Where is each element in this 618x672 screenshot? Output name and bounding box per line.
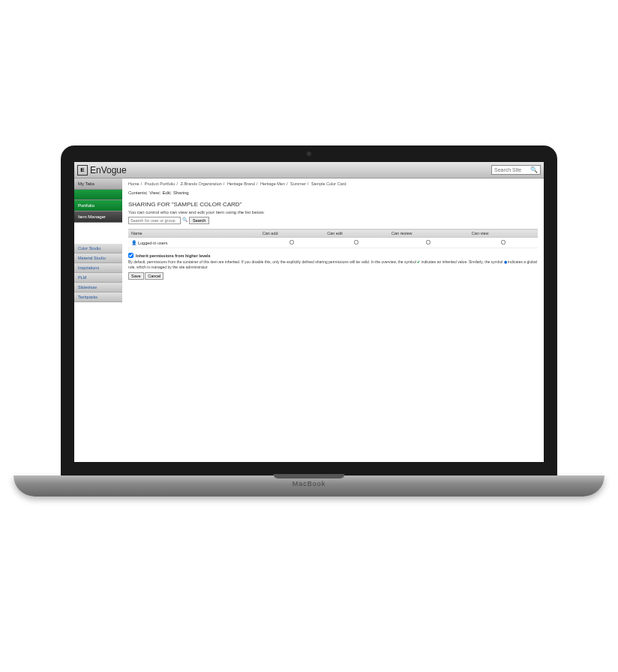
tab-contents[interactable]: Contents [128,190,146,195]
screen: E EnVogue 🔍 My Tabs Portfolio Item Manag… [74,162,544,462]
checkbox-canadd[interactable] [290,240,294,244]
camera-dot [307,152,311,156]
sidebar: My Tabs Portfolio Item Manager Color Stu… [74,178,122,462]
logo-icon: E [77,165,88,176]
cancel-button[interactable]: Cancel [145,272,164,280]
crumb[interactable]: Sample Color Card [311,182,346,186]
col-name: Name [128,230,260,238]
sharing-search-input[interactable] [128,217,181,224]
app-body: My Tabs Portfolio Item Manager Color Stu… [74,178,544,462]
table-row: 👤Logged-in users [128,238,538,248]
app-header: E EnVogue 🔍 [74,162,544,178]
user-icon: 👤 [131,241,136,245]
sidebar-item-slideshow[interactable]: Slideshow [74,283,122,292]
col-canedit: Can edit [324,230,388,238]
sidebar-item-portfolio[interactable]: Portfolio [74,200,122,212]
crumb[interactable]: Product Portfolio [145,182,176,186]
site-search-input[interactable] [494,167,530,172]
table-header-row: Name Can add Can edit Can review Can vie… [128,230,538,238]
search-icon: 🔍 [182,217,188,224]
search-icon[interactable]: 🔍 [530,166,538,173]
inherit-checkbox[interactable] [128,253,134,258]
sidebar-item-colorstudio[interactable]: Color Studio [74,244,122,254]
sharing-search-button[interactable]: Search [189,217,209,224]
sidebar-item-mytabs[interactable]: My Tabs [74,178,122,190]
crumb[interactable]: Summer [290,182,306,186]
checkbox-canreview[interactable] [426,240,430,244]
inherit-description: By default, permissions from the contain… [128,260,538,269]
tab-sharing[interactable]: Sharing [173,190,189,195]
col-canadd: Can add [260,230,325,238]
permissions-table: Name Can add Can edit Can review Can vie… [128,229,538,248]
inherit-label: Inherit permissions from higher levels [136,254,211,258]
main-content: Home/ Product Portfolio/ Z-Brands Organi… [122,178,544,462]
crumb[interactable]: Heritage Brand [227,182,255,186]
tab-edit[interactable]: Edit [162,190,170,195]
sidebar-item-materialstudio[interactable]: Material Studio [74,254,122,263]
checkbox-canedit[interactable] [354,240,358,244]
breadcrumb: Home/ Product Portfolio/ Z-Brands Organi… [128,182,538,186]
checkbox-canview[interactable] [501,240,506,244]
content-tabs: Contents| View| Edit| Sharing [128,190,538,195]
tab-view[interactable]: View [149,190,159,195]
hinge-notch [274,474,345,478]
app-title: EnVogue [90,165,127,176]
site-search[interactable]: 🔍 [491,165,541,175]
sidebar-item-inspirations[interactable]: Inspirations [74,263,122,273]
sidebar-item-itemmanager[interactable]: Item Manager [74,212,122,223]
sidebar-green-spacer [74,190,122,200]
cell-name: 👤Logged-in users [128,238,260,248]
sharing-search-row: 🔍 Search [128,217,538,224]
sidebar-item-techpacks[interactable]: Techpacks [74,292,122,302]
col-canreview: Can review [388,230,469,238]
inherit-row: Inherit permissions from higher levels [128,253,538,258]
laptop-brand-label: MacBook [292,480,326,488]
crumb[interactable]: Heritage Men [260,182,285,186]
sidebar-item-plm[interactable]: PLM [74,273,122,283]
col-canview: Can view [469,230,538,238]
crumb[interactable]: Home [128,182,140,186]
laptop-frame: E EnVogue 🔍 My Tabs Portfolio Item Manag… [61,146,557,476]
crumb[interactable]: Z-Brands Organization [180,182,221,186]
laptop-base: MacBook [14,476,604,496]
action-buttons: Save Cancel [128,272,538,280]
page-title: SHARING FOR "SAMPLE COLOR CARD" [128,201,538,208]
sidebar-spacer [74,223,122,244]
page-subtitle: You can control who can view and edit yo… [128,210,538,214]
save-button[interactable]: Save [128,272,144,280]
